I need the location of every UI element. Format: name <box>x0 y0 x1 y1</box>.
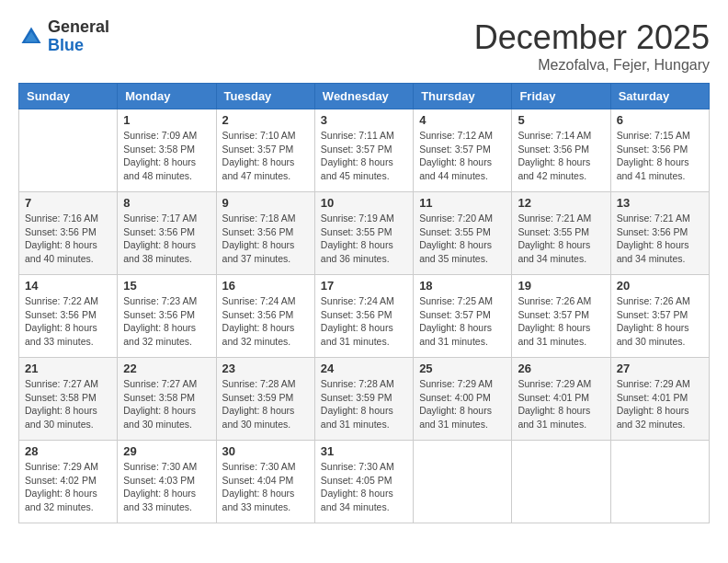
calendar-week-row: 28Sunrise: 7:29 AMSunset: 4:02 PMDayligh… <box>19 441 710 523</box>
calendar-cell: 12Sunrise: 7:21 AMSunset: 3:55 PMDayligh… <box>512 192 610 275</box>
calendar-cell <box>512 441 610 523</box>
day-info: Sunrise: 7:17 AMSunset: 3:56 PMDaylight:… <box>123 212 210 266</box>
calendar-week-row: 21Sunrise: 7:27 AMSunset: 3:58 PMDayligh… <box>19 358 710 441</box>
day-info: Sunrise: 7:27 AMSunset: 3:58 PMDaylight:… <box>25 377 111 431</box>
calendar-cell: 18Sunrise: 7:25 AMSunset: 3:57 PMDayligh… <box>414 275 512 358</box>
calendar-cell: 11Sunrise: 7:20 AMSunset: 3:55 PMDayligh… <box>414 192 512 275</box>
day-number: 19 <box>518 279 604 293</box>
day-number: 22 <box>123 362 210 375</box>
day-info: Sunrise: 7:15 AMSunset: 3:56 PMDaylight:… <box>617 129 703 183</box>
day-info: Sunrise: 7:14 AMSunset: 3:56 PMDaylight:… <box>518 129 604 183</box>
calendar-cell: 9Sunrise: 7:18 AMSunset: 3:56 PMDaylight… <box>216 192 314 275</box>
calendar-cell: 27Sunrise: 7:29 AMSunset: 4:01 PMDayligh… <box>610 358 709 441</box>
day-info: Sunrise: 7:24 AMSunset: 3:56 PMDaylight:… <box>222 294 309 349</box>
location-text: Mezofalva, Fejer, Hungary <box>474 57 710 74</box>
day-info: Sunrise: 7:27 AMSunset: 3:58 PMDaylight:… <box>123 377 210 431</box>
day-info: Sunrise: 7:29 AMSunset: 4:01 PMDaylight:… <box>518 377 604 431</box>
day-info: Sunrise: 7:28 AMSunset: 3:59 PMDaylight:… <box>321 377 407 431</box>
day-info: Sunrise: 7:21 AMSunset: 3:55 PMDaylight:… <box>518 212 604 266</box>
day-info: Sunrise: 7:26 AMSunset: 3:57 PMDaylight:… <box>518 294 604 349</box>
calendar-cell: 20Sunrise: 7:26 AMSunset: 3:57 PMDayligh… <box>610 275 709 358</box>
logo-general-text: General <box>48 17 109 36</box>
calendar-cell: 23Sunrise: 7:28 AMSunset: 3:59 PMDayligh… <box>216 358 314 441</box>
calendar-cell: 1Sunrise: 7:09 AMSunset: 3:58 PMDaylight… <box>118 109 216 192</box>
page-header: General Blue December 2025 Mezofalva, Fe… <box>18 18 710 74</box>
day-info: Sunrise: 7:16 AMSunset: 3:56 PMDaylight:… <box>25 212 111 266</box>
calendar-cell: 30Sunrise: 7:30 AMSunset: 4:04 PMDayligh… <box>216 441 314 523</box>
calendar-week-row: 1Sunrise: 7:09 AMSunset: 3:58 PMDaylight… <box>19 109 710 192</box>
logo-icon <box>18 24 44 50</box>
calendar-cell <box>610 441 709 523</box>
day-info: Sunrise: 7:09 AMSunset: 3:58 PMDaylight:… <box>123 129 210 183</box>
calendar-cell: 4Sunrise: 7:12 AMSunset: 3:57 PMDaylight… <box>414 109 512 192</box>
day-info: Sunrise: 7:30 AMSunset: 4:03 PMDaylight:… <box>123 460 210 514</box>
calendar-cell: 16Sunrise: 7:24 AMSunset: 3:56 PMDayligh… <box>216 275 314 358</box>
day-info: Sunrise: 7:12 AMSunset: 3:57 PMDaylight:… <box>419 129 506 183</box>
day-info: Sunrise: 7:22 AMSunset: 3:56 PMDaylight:… <box>25 294 111 349</box>
calendar-cell: 26Sunrise: 7:29 AMSunset: 4:01 PMDayligh… <box>512 358 610 441</box>
day-info: Sunrise: 7:11 AMSunset: 3:57 PMDaylight:… <box>321 129 407 183</box>
calendar-header-monday: Monday <box>118 84 216 109</box>
day-info: Sunrise: 7:19 AMSunset: 3:55 PMDaylight:… <box>321 212 407 266</box>
day-number: 26 <box>518 362 604 375</box>
day-number: 9 <box>222 196 309 210</box>
day-number: 24 <box>321 362 407 375</box>
calendar-cell: 7Sunrise: 7:16 AMSunset: 3:56 PMDaylight… <box>19 192 118 275</box>
day-number: 11 <box>419 196 506 210</box>
calendar-cell: 10Sunrise: 7:19 AMSunset: 3:55 PMDayligh… <box>314 192 413 275</box>
day-number: 23 <box>222 362 309 375</box>
day-number: 15 <box>123 279 210 293</box>
title-section: December 2025 Mezofalva, Fejer, Hungary <box>474 18 710 74</box>
day-info: Sunrise: 7:30 AMSunset: 4:04 PMDaylight:… <box>222 460 309 514</box>
day-number: 10 <box>321 196 407 210</box>
day-number: 28 <box>25 444 111 458</box>
calendar-cell: 17Sunrise: 7:24 AMSunset: 3:56 PMDayligh… <box>314 275 413 358</box>
calendar-header-wednesday: Wednesday <box>314 84 413 109</box>
calendar-cell: 22Sunrise: 7:27 AMSunset: 3:58 PMDayligh… <box>118 358 216 441</box>
calendar-table: SundayMondayTuesdayWednesdayThursdayFrid… <box>18 83 710 523</box>
day-number: 4 <box>419 113 506 127</box>
day-number: 13 <box>617 196 703 210</box>
calendar-cell: 29Sunrise: 7:30 AMSunset: 4:03 PMDayligh… <box>118 441 216 523</box>
calendar-cell: 31Sunrise: 7:30 AMSunset: 4:05 PMDayligh… <box>314 441 413 523</box>
day-info: Sunrise: 7:25 AMSunset: 3:57 PMDaylight:… <box>419 294 506 349</box>
day-number: 14 <box>25 279 111 293</box>
day-number: 6 <box>617 113 703 127</box>
calendar-cell: 13Sunrise: 7:21 AMSunset: 3:56 PMDayligh… <box>610 192 709 275</box>
day-info: Sunrise: 7:26 AMSunset: 3:57 PMDaylight:… <box>617 294 703 349</box>
calendar-cell <box>19 109 118 192</box>
day-number: 17 <box>321 279 407 293</box>
calendar-header-friday: Friday <box>512 84 610 109</box>
day-info: Sunrise: 7:21 AMSunset: 3:56 PMDaylight:… <box>617 212 703 266</box>
day-info: Sunrise: 7:20 AMSunset: 3:55 PMDaylight:… <box>419 212 506 266</box>
day-info: Sunrise: 7:29 AMSunset: 4:02 PMDaylight:… <box>25 460 111 514</box>
calendar-cell: 15Sunrise: 7:23 AMSunset: 3:56 PMDayligh… <box>118 275 216 358</box>
day-number: 30 <box>222 444 309 458</box>
logo-blue-text: Blue <box>48 36 84 54</box>
logo: General Blue <box>18 18 109 55</box>
calendar-cell <box>414 441 512 523</box>
day-number: 8 <box>123 196 210 210</box>
calendar-cell: 14Sunrise: 7:22 AMSunset: 3:56 PMDayligh… <box>19 275 118 358</box>
calendar-header-thursday: Thursday <box>414 84 512 109</box>
calendar-cell: 21Sunrise: 7:27 AMSunset: 3:58 PMDayligh… <box>19 358 118 441</box>
day-number: 29 <box>123 444 210 458</box>
calendar-header-row: SundayMondayTuesdayWednesdayThursdayFrid… <box>19 84 710 109</box>
calendar-cell: 2Sunrise: 7:10 AMSunset: 3:57 PMDaylight… <box>216 109 314 192</box>
day-number: 31 <box>321 444 407 458</box>
calendar-cell: 24Sunrise: 7:28 AMSunset: 3:59 PMDayligh… <box>314 358 413 441</box>
day-info: Sunrise: 7:30 AMSunset: 4:05 PMDaylight:… <box>321 460 407 514</box>
day-info: Sunrise: 7:29 AMSunset: 4:00 PMDaylight:… <box>419 377 506 431</box>
day-number: 7 <box>25 196 111 210</box>
day-info: Sunrise: 7:28 AMSunset: 3:59 PMDaylight:… <box>222 377 309 431</box>
day-number: 1 <box>123 113 210 127</box>
day-number: 18 <box>419 279 506 293</box>
day-info: Sunrise: 7:29 AMSunset: 4:01 PMDaylight:… <box>617 377 703 431</box>
calendar-cell: 25Sunrise: 7:29 AMSunset: 4:00 PMDayligh… <box>414 358 512 441</box>
day-number: 12 <box>518 196 604 210</box>
calendar-cell: 3Sunrise: 7:11 AMSunset: 3:57 PMDaylight… <box>314 109 413 192</box>
day-number: 21 <box>25 362 111 375</box>
calendar-cell: 5Sunrise: 7:14 AMSunset: 3:56 PMDaylight… <box>512 109 610 192</box>
calendar-cell: 8Sunrise: 7:17 AMSunset: 3:56 PMDaylight… <box>118 192 216 275</box>
day-number: 25 <box>419 362 506 375</box>
